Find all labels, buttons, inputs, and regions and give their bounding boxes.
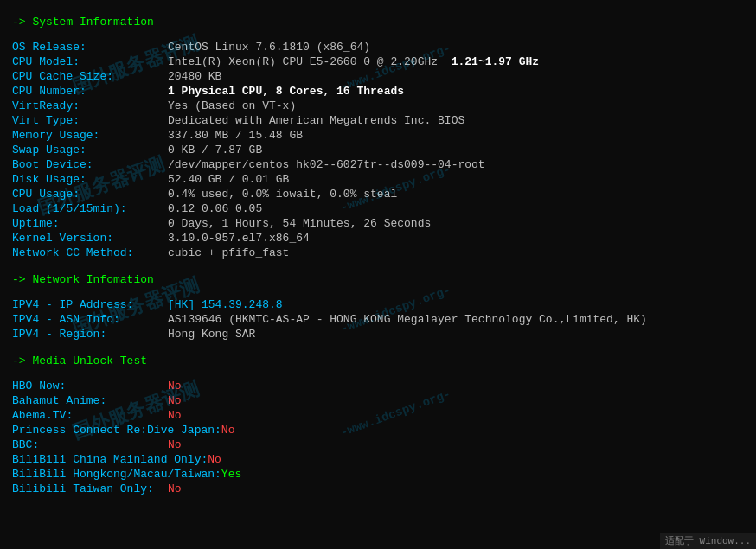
value-cpu-cache: 20480 KB	[168, 70, 221, 83]
value-load: 0.12 0.06 0.05	[168, 202, 262, 215]
row-cpu-cache: CPU Cache Size: 20480 KB	[12, 70, 744, 83]
value-cpu-usage: 0.4% used, 0.0% iowait, 0.0% steal	[168, 188, 397, 201]
section2-header: -> Network Infomation	[12, 273, 744, 286]
label-swap: Swap Usage:	[12, 144, 168, 156]
value-cpu-model: Intel(R) Xeon(R) CPU E5-2660 0 @ 2.20GHz…	[168, 55, 539, 68]
label-media-4: BBC:	[12, 438, 168, 451]
media-rows: HBO Now:NoBahamut Anime:NoAbema.TV:NoPri…	[12, 380, 744, 495]
row-network-cc: Network CC Method: cubic + pfifo_fast	[12, 246, 744, 259]
row-uptime: Uptime: 0 Days, 1 Hours, 54 Minutes, 26 …	[12, 217, 744, 230]
label-media-2: Abema.TV:	[12, 409, 168, 422]
row-media-6: BiliBili Hongkong/Macau/Taiwan:Yes	[12, 468, 744, 481]
value-disk: 52.40 GB / 0.01 GB	[168, 173, 289, 186]
row-ipv4-asn: IPV4 - ASN Info: AS139646 (HKMTC-AS-AP -…	[12, 313, 744, 326]
value-media-6: Yes	[221, 468, 241, 481]
label-ipv4-ip: IPV4 - IP Address:	[12, 298, 168, 311]
label-kernel: Kernel Version:	[12, 232, 168, 245]
label-disk: Disk Usage:	[12, 173, 168, 186]
label-network-cc: Network CC Method:	[12, 246, 168, 259]
value-ipv4-region: Hong Kong SAR	[168, 328, 255, 341]
row-media-0: HBO Now:No	[12, 380, 744, 393]
bottom-bar: 适配于 Window...	[660, 533, 756, 549]
value-ipv4-ip: [HK] 154.39.248.8	[168, 298, 283, 311]
label-virtready: VirtReady:	[12, 99, 168, 112]
value-memory: 337.80 MB / 15.48 GB	[168, 129, 303, 142]
row-virtready: VirtReady: Yes (Based on VT-x)	[12, 99, 744, 112]
value-virt-type: Dedicated with American Megatrends Inc. …	[168, 114, 464, 127]
value-os-release: CentOS Linux 7.6.1810 (x86_64)	[168, 41, 370, 54]
label-cpu-usage: CPU Usage:	[12, 188, 168, 201]
value-media-5: No	[208, 453, 221, 466]
value-kernel: 3.10.0-957.el7.x86_64	[168, 232, 310, 245]
value-swap: 0 KB / 7.87 GB	[168, 144, 262, 156]
value-media-0: No	[168, 380, 182, 393]
label-memory: Memory Usage:	[12, 129, 168, 142]
value-media-1: No	[168, 394, 182, 407]
label-load: Load (1/5/15min):	[12, 202, 168, 215]
row-cpu-model: CPU Model: Intel(R) Xeon(R) CPU E5-2660 …	[12, 55, 744, 68]
section1-header: -> System Information	[12, 16, 744, 29]
value-virtready: Yes (Based on VT-x)	[168, 99, 296, 112]
row-swap: Swap Usage: 0 KB / 7.87 GB	[12, 144, 744, 156]
value-ipv4-asn: AS139646 (HKMTC-AS-AP - HONG KONG Megala…	[168, 313, 647, 326]
row-disk: Disk Usage: 52.40 GB / 0.01 GB	[12, 173, 744, 186]
row-boot-device: Boot Device: /dev/mapper/centos_hk02--60…	[12, 158, 744, 171]
row-media-2: Abema.TV:No	[12, 409, 744, 422]
row-load: Load (1/5/15min): 0.12 0.06 0.05	[12, 202, 744, 215]
label-media-5: BiliBili China Mainland Only:	[12, 453, 208, 466]
label-boot-device: Boot Device:	[12, 158, 168, 171]
label-media-7: Bilibili Taiwan Only:	[12, 482, 168, 495]
label-cpu-model: CPU Model:	[12, 55, 168, 68]
value-cpu-number: 1 Physical CPU, 8 Cores, 16 Threads	[168, 85, 404, 98]
value-boot-device: /dev/mapper/centos_hk02--6027tr--ds009--…	[168, 158, 485, 171]
row-cpu-usage: CPU Usage: 0.4% used, 0.0% iowait, 0.0% …	[12, 188, 744, 201]
value-media-3: No	[221, 424, 235, 437]
label-cpu-cache: CPU Cache Size:	[12, 70, 168, 83]
row-kernel: Kernel Version: 3.10.0-957.el7.x86_64	[12, 232, 744, 245]
label-os-release: OS Release:	[12, 41, 168, 54]
row-os-release: OS Release: CentOS Linux 7.6.1810 (x86_6…	[12, 41, 744, 54]
value-media-4: No	[168, 438, 182, 451]
label-cpu-number: CPU Number:	[12, 85, 168, 98]
label-uptime: Uptime:	[12, 217, 168, 230]
label-media-3: Princess Connect Re:Dive Japan:	[12, 424, 221, 437]
row-media-1: Bahamut Anime:No	[12, 394, 744, 407]
row-ipv4-region: IPV4 - Region: Hong Kong SAR	[12, 328, 744, 341]
label-virt-type: Virt Type:	[12, 114, 168, 127]
row-memory: Memory Usage: 337.80 MB / 15.48 GB	[12, 129, 744, 142]
row-media-3: Princess Connect Re:Dive Japan:No	[12, 424, 744, 437]
row-media-5: BiliBili China Mainland Only:No	[12, 453, 744, 466]
row-cpu-number: CPU Number: 1 Physical CPU, 8 Cores, 16 …	[12, 85, 744, 98]
label-media-1: Bahamut Anime:	[12, 394, 168, 407]
row-media-4: BBC:No	[12, 438, 744, 451]
value-media-7: No	[168, 482, 182, 495]
row-ipv4-ip: IPV4 - IP Address: [HK] 154.39.248.8	[12, 298, 744, 311]
label-ipv4-asn: IPV4 - ASN Info:	[12, 313, 168, 326]
row-virt-type: Virt Type: Dedicated with American Megat…	[12, 114, 744, 127]
label-media-6: BiliBili Hongkong/Macau/Taiwan:	[12, 468, 221, 481]
section3-header: -> Media Unlock Test	[12, 354, 744, 367]
label-media-0: HBO Now:	[12, 380, 168, 393]
row-media-7: Bilibili Taiwan Only:No	[12, 482, 744, 495]
value-media-2: No	[168, 409, 182, 422]
value-uptime: 0 Days, 1 Hours, 54 Minutes, 26 Seconds	[168, 217, 431, 230]
value-network-cc: cubic + pfifo_fast	[168, 246, 289, 259]
label-ipv4-region: IPV4 - Region:	[12, 328, 168, 341]
